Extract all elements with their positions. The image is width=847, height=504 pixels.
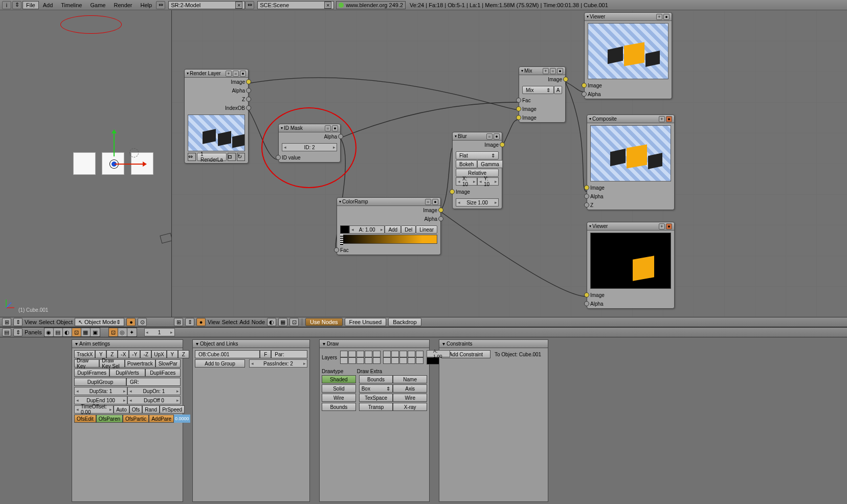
plus-icon[interactable]: +	[656, 14, 662, 20]
gr-field[interactable]: GR:	[126, 378, 181, 386]
ofsparen-button[interactable]: OfsParen	[96, 415, 123, 423]
screen-arrows-icon[interactable]: ⇔	[156, 1, 165, 9]
select-menu[interactable]: Select	[222, 319, 238, 325]
plus-icon[interactable]: +	[543, 68, 549, 74]
node-editor[interactable]: ▾ Render Layer +=● Image Alpha Z IndexOB…	[172, 10, 847, 317]
collapse-icon[interactable]: ▾	[442, 341, 445, 347]
socket-out-icon[interactable]	[563, 77, 568, 82]
collapse-icon[interactable]: ▾	[323, 341, 325, 347]
ctx-shading-icon[interactable]: ◐	[63, 328, 72, 336]
wire-button[interactable]: Wire	[322, 394, 356, 402]
socket-out-icon[interactable]	[246, 105, 251, 110]
socket-out-icon[interactable]	[246, 88, 251, 93]
sphere-icon[interactable]: ●	[432, 199, 438, 205]
node-viewer-bottom[interactable]: ▾ Viewer +● Image Alpha	[587, 222, 675, 309]
node-header[interactable]: ▾ Composite +●	[587, 115, 674, 123]
sub-physics-icon[interactable]: ◎	[118, 328, 127, 336]
tex-icon[interactable]: ▦	[278, 318, 287, 326]
collapse-icon[interactable]: ▾	[587, 14, 589, 19]
socket-in-icon[interactable]	[584, 185, 589, 190]
opts-icon[interactable]: =	[486, 133, 493, 140]
layer-grid[interactable]	[340, 357, 424, 364]
x-field[interactable]: ◂X: 10▸	[456, 177, 477, 186]
ofspartic-button[interactable]: OfsPartic	[123, 415, 149, 423]
gamma-button[interactable]: Gamma	[477, 160, 503, 168]
layer-button[interactable]	[340, 351, 348, 357]
powertrack-button[interactable]: Powertrack	[125, 359, 155, 368]
collapse-icon[interactable]: ▾	[521, 68, 523, 73]
sphere-icon[interactable]: ●	[494, 133, 500, 140]
trackx-button[interactable]: TrackX	[74, 350, 95, 358]
plus-icon[interactable]: +	[659, 223, 665, 230]
free-unused-button[interactable]: Free Unused	[345, 318, 387, 326]
collapse-icon[interactable]: ▾	[589, 117, 591, 121]
3d-viewport[interactable]: (1) Cube.001	[0, 10, 172, 317]
fake-user-button[interactable]: F	[260, 350, 271, 358]
layer-grid[interactable]	[340, 351, 424, 357]
upz-button[interactable]: Z	[178, 350, 189, 358]
shading-icon[interactable]: ●	[126, 318, 136, 326]
scene-close-icon[interactable]: ×	[324, 2, 331, 9]
pivot-icon[interactable]: ⊙	[138, 318, 147, 326]
socket-in-icon[interactable]	[584, 194, 589, 199]
dupoff-field[interactable]: ◂DupOff 0▸	[127, 396, 181, 404]
socket-out-icon[interactable]	[246, 79, 251, 84]
node-colorramp[interactable]: ▾ ColorRamp =● Image Alpha ◂A: 1.00▸ Add…	[337, 197, 441, 255]
ofs-button[interactable]: Ofs	[129, 405, 143, 414]
sphere-icon[interactable]: ●	[557, 68, 563, 74]
sphere-icon[interactable]: ●	[663, 14, 670, 20]
ctx-logic-icon[interactable]: ◉	[44, 328, 54, 336]
y-axis-arrow-icon[interactable]	[114, 131, 115, 156]
x-axis-arrow-icon[interactable]	[115, 164, 145, 165]
game-menu[interactable]: Game	[86, 2, 109, 8]
addpare-button[interactable]: AddPare	[149, 415, 174, 423]
node-render-layer[interactable]: ▾ Render Layer +=● Image Alpha Z IndexOB…	[184, 69, 249, 164]
backdrop-button[interactable]: Backdrop	[388, 318, 421, 326]
xray-button[interactable]: X-ray	[393, 403, 427, 411]
socket-in-icon[interactable]	[584, 292, 589, 297]
socket-in-icon[interactable]	[584, 202, 589, 208]
slowpar-button[interactable]: SlowPar	[155, 359, 181, 368]
add-group-button[interactable]: Add to Group	[195, 359, 245, 368]
scene-arrows-icon[interactable]: ⇔	[245, 1, 254, 9]
file-menu[interactable]: File	[23, 1, 39, 9]
dupliframes-button[interactable]: DupliFrames	[74, 369, 109, 377]
plus-icon[interactable]: +	[226, 71, 232, 77]
ob-name-field[interactable]: OB:Cube.001	[195, 350, 260, 358]
dupend-field[interactable]: ◂DupEnd 100▸	[74, 396, 127, 404]
opts-icon[interactable]: =	[325, 125, 331, 131]
help-menu[interactable]: Help	[137, 2, 157, 8]
updown-icon[interactable]: ⇕	[185, 318, 194, 326]
auto-button[interactable]: Auto	[114, 405, 129, 414]
socket-in-icon[interactable]	[582, 91, 587, 97]
socket-in-icon[interactable]	[582, 83, 587, 88]
ctx-scene-icon[interactable]: ▣	[91, 328, 100, 336]
track-mx-button[interactable]: -X	[118, 350, 129, 358]
transp-button[interactable]: Transp	[359, 403, 393, 411]
socket-in-icon[interactable]	[516, 106, 521, 111]
swatch-icon[interactable]	[340, 225, 349, 234]
renderlayer-select[interactable]: 1 RenderLa	[197, 153, 227, 161]
drawkey-button[interactable]: Draw Key	[74, 359, 99, 368]
size-field[interactable]: ◂Size 1.00▸	[456, 198, 499, 207]
wire2-button[interactable]: Wire	[393, 394, 427, 402]
panel-object-links[interactable]: ▾Object and Links OB:Cube.001 F Par: Add…	[192, 339, 310, 502]
upy-button[interactable]: Y	[167, 350, 178, 358]
frame-field[interactable]: ◂1▸	[144, 328, 175, 336]
tracky-button[interactable]: Y	[95, 350, 106, 358]
url-box[interactable]: www.blender.org 249.2	[336, 1, 406, 9]
ramp-handle-icon[interactable]	[340, 235, 343, 245]
editor-type-icon[interactable]: ▤	[2, 328, 11, 336]
plus-icon[interactable]: +	[659, 116, 665, 122]
node-viewer-top[interactable]: ▾ Viewer +● Image Alpha	[584, 12, 672, 99]
collapse-icon[interactable]: ▾	[455, 134, 457, 139]
drawkeysel-button[interactable]: Draw Key Sel	[99, 359, 124, 368]
socket-in-icon[interactable]	[516, 98, 521, 103]
bokeh-button[interactable]: Bokeh	[456, 160, 477, 168]
ctx-edit-icon[interactable]: ▦	[81, 328, 91, 336]
screen-close-icon[interactable]: ×	[235, 2, 242, 9]
upx-button[interactable]: UpX	[151, 350, 166, 358]
add-menu[interactable]: Add	[239, 319, 250, 325]
collapse-icon[interactable]: ▾	[281, 126, 283, 130]
collapse-icon[interactable]: ▾	[196, 341, 198, 347]
